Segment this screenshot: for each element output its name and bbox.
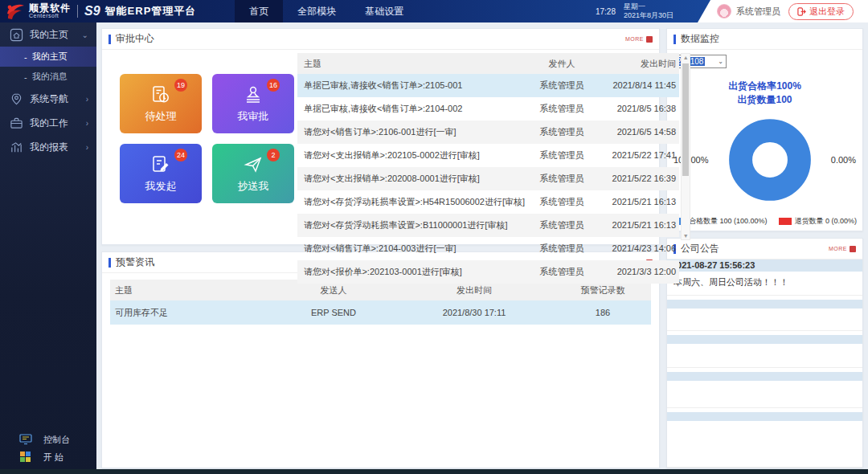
table-row[interactable]: 请您对<存货浮动耗损率设置>:B11000001进行[审核] 系统管理员 202… [297, 214, 679, 237]
cell-time: 2021/8/5 16:38 [599, 97, 679, 121]
table-row[interactable]: 请您对<支出报销单>:202105-0002进行[审核] 系统管理员 2021/… [297, 144, 679, 167]
sidebar-item-label: 系统导航 [30, 92, 68, 106]
table-row[interactable]: 请您对<销售订单>:2104-003进行[一审] 系统管理员 2021/4/23… [297, 237, 679, 260]
weekday: 星期一 [624, 2, 674, 11]
col-header-subject: 主题 [110, 280, 273, 300]
data-monitor-panel: 数据监控 202108 ⌄ 出货合格率100% 出货数量100 100.00% … [666, 28, 863, 231]
user-name: 系统管理员 [736, 6, 780, 18]
sidebar-sub-label: 我的主页 [32, 51, 68, 63]
approval-center-panel: 审批中心 MORE 19 待处理 [101, 28, 660, 245]
panel-accent-bar [108, 35, 111, 44]
announcements-more-button[interactable]: MORE [829, 246, 856, 252]
cell-sender: 系统管理员 [525, 121, 599, 144]
table-row[interactable]: 可用库存不足 ERP SEND 2021/8/30 17:11 186 [110, 300, 651, 325]
table-row[interactable]: 请您对<存货浮动耗损率设置>:H54R15006002进行[审核] 系统管理员 … [297, 190, 679, 214]
table-scrollbar[interactable]: ▲ ▼ [681, 53, 690, 240]
legend-item-return: 退货数量 0 (0.00%) [779, 216, 858, 227]
right-percent-label: 0.00% [831, 155, 856, 165]
nav-all-modules[interactable]: 全部模块 [283, 0, 350, 22]
nav-home[interactable]: 首页 [235, 0, 283, 22]
tile-initiated-by-me[interactable]: 24 我发起 [120, 144, 202, 203]
brand-name-en: Centersoft [29, 13, 71, 18]
scroll-up-icon[interactable]: ▲ [682, 55, 690, 60]
logout-icon [797, 7, 806, 16]
table-row[interactable]: 请您对<支出报销单>:202008-0001进行[审核] 系统管理员 2021/… [297, 167, 679, 190]
announcements-panel: 公司公告 MORE 2021-08-27 15:56:23 本周六、周日公司活动… [666, 238, 863, 468]
cell-sender: 系统管理员 [525, 260, 599, 284]
approval-panel-title: 审批中心 [116, 32, 154, 46]
nav-basic-settings[interactable]: 基础设置 [350, 0, 418, 22]
approval-tiles: 19 待处理 16 [102, 50, 294, 245]
brand-logo: 顺景软件 Centersoft S9 智能ERP管理平台 [0, 2, 196, 21]
legend-label: 合格数量 100 (100.00%) [689, 216, 768, 227]
s9-logo: S9 [84, 4, 100, 18]
scroll-down-icon[interactable]: ▼ [682, 233, 690, 239]
sidebar-sub-my-home[interactable]: - 我的主页 [0, 47, 96, 67]
cc-count-badge: 2 [267, 149, 280, 161]
cell-subject: 请您对<报价单>:202103-0001进行[审核] [297, 260, 525, 284]
location-pin-icon [10, 92, 23, 106]
tile-label: 抄送我 [238, 179, 269, 194]
sidebar-sub-my-messages[interactable]: - 我的消息 [0, 67, 96, 87]
cell-sender: ERP SEND [273, 300, 394, 325]
stamp-icon [243, 84, 264, 105]
cell-subject: 可用库存不足 [110, 300, 273, 325]
console-monitor-icon [19, 434, 32, 445]
donut-chart [725, 115, 815, 205]
sidebar-item-my-home[interactable]: 我的主页 ⌄ [0, 22, 96, 47]
monitor-stats: 出货合格率100% 出货数量100 [667, 80, 862, 107]
sidebar-item-my-work[interactable]: 我的工作 › [0, 111, 96, 135]
col-header-subject: 主题 [297, 53, 525, 74]
table-row[interactable]: 请您对<销售订单>:2106-001进行[一审] 系统管理员 2021/6/5 … [297, 121, 679, 144]
sidebar-item-my-reports[interactable]: 我的报表 › [0, 135, 96, 159]
cell-time: 2021/3/3 12:00 [599, 260, 679, 284]
paper-plane-icon [243, 154, 264, 175]
cell-sender: 系统管理员 [525, 144, 599, 167]
more-label: MORE [829, 246, 847, 251]
more-icon [850, 246, 856, 252]
more-icon [646, 36, 653, 43]
start-button[interactable]: 开 始 [0, 448, 96, 466]
table-row[interactable]: 单据已审核,请接收<销售订单>:2105-001 系统管理员 2021/8/14… [297, 74, 679, 97]
main-content: 审批中心 MORE 19 待处理 [96, 22, 868, 474]
cell-time: 2021/5/21 16:13 [599, 190, 679, 214]
announcement-entry-empty [667, 372, 862, 408]
tile-label: 待处理 [145, 109, 177, 124]
table-row[interactable]: 单据已审核,请接收<销售订单>:2104-002 系统管理员 2021/8/5 … [297, 97, 679, 121]
tile-my-approvals[interactable]: 16 我审批 [212, 74, 294, 133]
cell-sender: 系统管理员 [525, 74, 599, 97]
sidebar-item-system-nav[interactable]: 系统导航 › [0, 87, 96, 111]
cell-time: 2021/4/23 14:06 [599, 237, 679, 260]
legend-label: 退货数量 0 (0.00%) [795, 216, 858, 227]
sidebar-item-label: 我的工作 [30, 116, 68, 130]
approval-message-table: 主题 发件人 发出时间 单据已审核,请接收<销售订单>:2105-001 系统管… [297, 53, 679, 245]
col-header-sender: 发件人 [525, 53, 599, 74]
cell-sender: 系统管理员 [525, 97, 599, 121]
chart-icon [10, 141, 23, 154]
cell-sender: 系统管理员 [525, 167, 599, 190]
logout-button[interactable]: 退出登录 [788, 3, 854, 20]
tile-pending[interactable]: 19 待处理 [120, 74, 202, 133]
console-button[interactable]: 控制台 [0, 431, 96, 448]
pass-rate-text: 出货合格率100% [667, 80, 862, 93]
tile-cc-to-me[interactable]: 2 抄送我 [212, 144, 294, 203]
monitor-panel-title: 数据监控 [681, 32, 719, 46]
cell-time: 2021/5/22 17:41 [599, 144, 679, 167]
approval-more-button[interactable]: MORE [625, 36, 653, 43]
announcement-content: 本周六、周日公司活动！！！ [667, 272, 862, 296]
chart-legend: 合格数量 100 (100.00%) 退货数量 0 (0.00%) [667, 216, 862, 227]
cell-subject: 单据已审核,请接收<销售订单>:2105-001 [297, 74, 525, 97]
centersoft-logo-icon [5, 2, 26, 21]
scrollbar-thumb[interactable] [682, 63, 689, 176]
sidebar-item-label: 我的主页 [30, 28, 68, 42]
table-row[interactable]: 请您对<报价单>:202103-0001进行[审核] 系统管理员 2021/3/… [297, 260, 679, 284]
legend-swatch-red [779, 218, 792, 225]
cell-time: 2021/8/30 17:11 [394, 300, 555, 325]
announcement-entry[interactable]: 2021-08-27 15:56:23 本周六、周日公司活动！！！ [667, 259, 862, 296]
user-section: 系统管理员 退出登录 [698, 0, 868, 22]
initiated-count-badge: 24 [174, 149, 187, 161]
cell-subject: 请您对<销售订单>:2106-001进行[一审] [297, 121, 525, 144]
user-avatar[interactable] [717, 4, 731, 18]
panel-accent-bar [674, 35, 676, 44]
cell-time: 2021/5/22 16:39 [599, 167, 679, 190]
